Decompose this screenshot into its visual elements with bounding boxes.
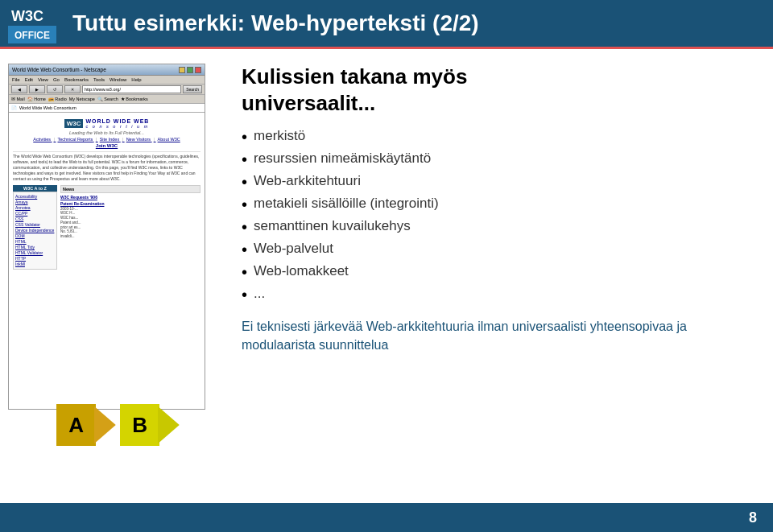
w3c-title-block: WORLD WIDE WEB c o n s o r t i u m (85, 118, 149, 129)
header-bar: W3C OFFICE Tuttu esimerkki: Web-hypertek… (0, 0, 773, 47)
svg-marker-4 (94, 406, 116, 443)
browser-back-btn[interactable]: ◀ (11, 85, 27, 93)
bullet-item-1: merkistö (242, 126, 749, 148)
w3c-left-panel: W3C A to Z Accessibility Amaya Annotea C… (13, 185, 200, 270)
menu-bookmarks[interactable]: Bookmarks (64, 77, 89, 82)
news-item-1[interactable]: W3C Requests '906 (60, 195, 200, 200)
menu-go[interactable]: Go (53, 77, 60, 82)
browser-location-bar: 📄 World Wide Web Consortium (9, 104, 205, 113)
bullet-list: merkistö resurssien nimeämiskäytäntö Web… (242, 126, 749, 306)
bullet-item-2: resurssien nimeämiskäytäntö (242, 148, 749, 171)
menu-window[interactable]: Window (110, 77, 126, 82)
nav-sep1: | (53, 137, 56, 142)
w3c-nav-links: Activities | Technical Reports | Site In… (13, 137, 200, 142)
svg-marker-5 (158, 406, 180, 443)
nav-home[interactable]: 🏠 Home (27, 97, 46, 101)
sidebar-ccpp[interactable]: CC/PP (15, 211, 55, 217)
arrow-label-a: A (68, 413, 84, 438)
news-item-2[interactable]: Patent Re-Examination (60, 201, 200, 206)
slide-heading: Kulissien takana myös universaalit... (242, 64, 749, 116)
page-number: 8 (749, 509, 757, 526)
arrow-overlay: A B (56, 401, 185, 449)
browser-toolbar: ◀ ▶ ↺ ✕ http://www.w3.org/ Search (9, 85, 205, 95)
nav-activities[interactable]: Activities (33, 137, 51, 142)
page-title: Tuttu esimerkki: Web-hyperteksti (2/2) (72, 10, 479, 36)
browser-maximize-btn[interactable] (187, 67, 193, 73)
browser-minimize-btn[interactable] (179, 67, 185, 73)
sidebar-html-validator[interactable]: HTML Validator (15, 250, 55, 256)
bullet-item-7: Web-lomakkeet (242, 261, 749, 283)
bullet-item-4: metakieli sisällöille (integrointi) (242, 193, 749, 216)
nav-radio[interactable]: 📻 Radio (48, 97, 67, 101)
arrow-chevron2-icon (158, 404, 185, 446)
sidebar-html-tidy[interactable]: HTML Tidy (15, 245, 55, 250)
arrow-box-b: B (120, 404, 159, 446)
nav-bookmarks[interactable]: ★ Bookmarks (121, 97, 148, 101)
sidebar-device[interactable]: Device Independence (15, 228, 55, 233)
sidebar-dom[interactable]: DOM (15, 233, 55, 239)
nav-sep4: | (154, 137, 156, 142)
slide-bottom-text: Ei teknisesti järkevää Web-arkkitehtuuri… (242, 317, 749, 354)
w3c-consortium-text: c o n s o r t i u m (85, 124, 149, 129)
join-w3c-link[interactable]: Join W3C (13, 143, 200, 148)
browser-body: W3C WORLD WIDE WEB c o n s o r t i u m L… (9, 113, 205, 410)
text-section: Kulissien takana myös universaalit... me… (234, 64, 757, 497)
browser-menubar: File Edit View Go Bookmarks Tools Window… (9, 76, 205, 85)
w3c-news-panel: News W3C Requests '906 Patent Re-Examina… (60, 185, 200, 270)
w3c-page-header: W3C WORLD WIDE WEB c o n s o r t i u m L… (13, 116, 200, 152)
browser-close-btn[interactable] (195, 67, 201, 73)
w3c-logo: W3C OFFICE (8, 3, 56, 43)
w3c-description-text: The World Wide Web Consortium (W3C) deve… (13, 154, 200, 182)
browser-url-bar[interactable]: http://www.w3.org/ (82, 85, 181, 93)
sidebar-css[interactable]: CSS (15, 217, 55, 222)
w3c-sidebar-content: Accessibility Amaya Annotea CC/PP CSS CS… (13, 192, 57, 270)
w3c-sidebar-title: W3C A to Z (13, 185, 57, 192)
browser-forward-btn[interactable]: ▶ (29, 85, 45, 93)
browser-search-btn[interactable]: Search (183, 85, 202, 93)
nav-about[interactable]: About W3C (158, 137, 180, 142)
browser-titlebar: World Wide Web Consortium - Netscape (9, 64, 205, 76)
location-icon: 📄 (11, 105, 17, 110)
main-content: World Wide Web Consortium - Netscape Fil… (0, 49, 773, 505)
nav-sep2: | (96, 137, 98, 142)
w3c-page-logo: W3C WORLD WIDE WEB c o n s o r t i u m (64, 118, 150, 129)
search-label: Search (186, 87, 199, 92)
sidebar-amaya[interactable]: Amaya (15, 200, 55, 205)
location-text: World Wide Web Consortium (19, 105, 76, 110)
menu-view[interactable]: View (38, 77, 48, 82)
w3c-news-title: News (60, 185, 200, 193)
menu-file[interactable]: File (12, 77, 20, 82)
sidebar-css-validator[interactable]: CSS Validator (15, 222, 55, 228)
nav-mynetscape[interactable]: My Netscape (69, 97, 95, 101)
menu-help[interactable]: Help (131, 77, 141, 82)
menu-tools[interactable]: Tools (93, 77, 105, 82)
sidebar-html[interactable]: HTML (15, 239, 55, 245)
nav-site-index[interactable]: Site Index (100, 137, 119, 142)
nav-sep3: | (122, 137, 125, 142)
heading-line1: Kulissien takana myös (242, 64, 467, 89)
browser-stop-btn[interactable]: ✕ (64, 85, 81, 93)
w3c-badge: W3C (64, 119, 84, 128)
arrow-box-a: A (56, 404, 96, 446)
nav-mail[interactable]: ✉ Mail (11, 97, 25, 101)
bullet-item-5: semanttinen kuvailukehys (242, 216, 749, 238)
browser-window: World Wide Web Consortium - Netscape Fil… (8, 64, 205, 410)
browser-url-text: http://www.w3.org/ (85, 87, 121, 92)
browser-title: World Wide Web Consortium - Netscape (12, 67, 177, 72)
menu-edit[interactable]: Edit (25, 77, 33, 82)
svg-text:OFFICE: OFFICE (14, 30, 50, 41)
browser-section: World Wide Web Consortium - Netscape Fil… (8, 64, 217, 497)
nav-technical-reports[interactable]: Technical Reports (57, 137, 93, 142)
sidebar-inkml[interactable]: InkMl (15, 262, 55, 267)
svg-text:W3C: W3C (11, 8, 43, 24)
browser-reload-btn[interactable]: ↺ (47, 85, 63, 93)
sidebar-annotea[interactable]: Annotea (15, 205, 55, 211)
nav-new-visitors[interactable]: New Visitors (126, 137, 151, 142)
nav-search[interactable]: 🔍 Search (97, 97, 118, 101)
arrow-chevron-icon (94, 404, 122, 446)
sidebar-accessibility[interactable]: Accessibility (15, 194, 55, 200)
w3c-world-text: WORLD WIDE WEB (85, 118, 149, 124)
bullet-item-3: Web-arkkitehtuuri (242, 171, 749, 193)
sidebar-http[interactable]: HTTP (15, 256, 55, 262)
news-text-6: invalidi... (60, 234, 200, 239)
